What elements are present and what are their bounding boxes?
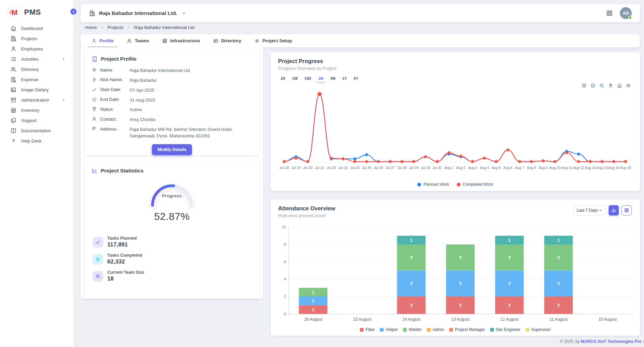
book-icon — [10, 127, 17, 134]
sidebar-item-activities[interactable]: Activities — [0, 54, 73, 64]
range-1d[interactable]: 1D — [278, 75, 288, 83]
legend-fitter[interactable]: Fitter — [360, 327, 375, 332]
star-icon — [95, 256, 101, 262]
apps-grid-icon[interactable] — [606, 10, 613, 17]
range-1m[interactable]: 1M — [316, 75, 326, 83]
profile-field-start-date: Start Date:07-Apr-2025 — [92, 87, 252, 94]
legend-completed-work[interactable]: Completed Work — [457, 182, 493, 187]
field-label: Address: — [100, 126, 117, 132]
legend-swatch — [449, 328, 453, 332]
sidebar-item-documentation[interactable]: Documentation — [0, 125, 73, 136]
help-icon: ? — [10, 138, 17, 144]
tab-project-setup[interactable]: Project Setup — [248, 34, 299, 47]
trophy-icon — [92, 106, 97, 112]
range-15d[interactable]: 15D — [302, 75, 314, 83]
chevron-left-icon — [71, 10, 76, 14]
tab-profile[interactable]: Profile — [85, 34, 120, 47]
legend-helper[interactable]: Helper — [380, 327, 398, 332]
svg-text:Jul 27: Jul 27 — [386, 166, 395, 170]
archive-icon — [10, 97, 17, 103]
modify-details-button[interactable]: Modify Details — [152, 144, 192, 155]
company-name: Raja Bahadur International Ltd. — [99, 10, 177, 16]
sidebar-item-label: Directory — [21, 67, 39, 72]
svg-text:Jul 22: Jul 22 — [327, 166, 336, 170]
svg-text:3: 3 — [410, 281, 413, 286]
svg-text:Aug 1: Aug 1 — [445, 166, 454, 170]
svg-text:2: 2 — [410, 303, 413, 308]
svg-text:Jul 24: Jul 24 — [350, 166, 360, 170]
legend-admin[interactable]: Admin — [427, 327, 444, 332]
attendance-chart[interactable]: 024681011116 August15 August233114 Augus… — [277, 224, 634, 324]
period-select[interactable]: Last 7 Days — [573, 205, 606, 215]
sidebar-item-projects[interactable]: Projects — [0, 33, 73, 44]
sidebar-collapse-button[interactable] — [69, 7, 78, 16]
users-icon — [10, 66, 17, 73]
field-value: Active — [130, 106, 252, 113]
svg-text:3: 3 — [459, 255, 462, 260]
range-3m[interactable]: 3M — [328, 75, 338, 83]
company-selector[interactable]: Raja Bahadur International Ltd. — [89, 10, 186, 17]
table-view-button[interactable] — [622, 205, 632, 215]
svg-text:Jul 21: Jul 21 — [315, 166, 324, 170]
progress-card-title: Project Progress — [278, 58, 632, 64]
bar-view-button[interactable] — [609, 205, 619, 215]
sidebar-item-dashboard[interactable]: Dashboard — [0, 23, 73, 33]
svg-text:3: 3 — [508, 255, 511, 260]
field-label: Name: — [100, 67, 113, 73]
range-1w[interactable]: 1W — [290, 75, 300, 83]
sidebar-item-label: Employees — [21, 46, 43, 51]
sidebar-item-image-gallary[interactable]: Image Gallary — [0, 85, 73, 95]
breadcrumb-separator-icon — [127, 26, 131, 29]
gauge-value: 52.87% — [92, 211, 252, 222]
tab-directory[interactable]: Directory — [207, 34, 248, 47]
range-5y[interactable]: 5Y — [351, 75, 360, 83]
bar-chart-legend: FitterHelperWelderAdminProject ManagerSi… — [271, 327, 640, 332]
legend-label: Planned Work — [423, 182, 449, 187]
sidebar-item-label: Administration — [21, 97, 49, 103]
legend-welder[interactable]: Welder — [403, 327, 422, 332]
breadcrumb: HomeProjectsRaja Bahadur International L… — [85, 25, 195, 30]
svg-text:3: 3 — [557, 255, 560, 260]
sidebar-item-support[interactable]: Support — [0, 115, 73, 125]
sidebar-item-directory[interactable]: Directory — [0, 64, 73, 74]
check-icon — [92, 87, 97, 92]
legend-swatch — [427, 328, 431, 332]
legend-site-engineer[interactable]: Site Engineer — [490, 327, 520, 332]
range-1y[interactable]: 1Y — [340, 75, 349, 83]
user-avatar[interactable]: AD — [620, 7, 632, 19]
svg-text:10: 10 — [282, 225, 286, 229]
sidebar-item-employees[interactable]: Employees — [0, 44, 73, 54]
svg-text:Aug 8: Aug 8 — [527, 166, 536, 170]
project-progress-chart[interactable]: Jul 18Jul 19Jul 20Jul 21Jul 22Jul 23Jul … — [277, 87, 633, 171]
sidebar-item-help-desk[interactable]: ?Help Desk — [0, 136, 73, 146]
stat-icon-box — [93, 254, 103, 265]
sidebar-item-administration[interactable]: Administration — [0, 95, 73, 105]
app-logo[interactable]: M PMS — [0, 0, 73, 20]
legend-project-manager[interactable]: Project Manager — [449, 327, 485, 332]
svg-text:1: 1 — [557, 238, 560, 243]
svg-text:M: M — [12, 8, 18, 16]
breadcrumb-item-projects[interactable]: Projects — [108, 25, 124, 30]
field-label: End Date: — [100, 97, 120, 102]
sidebar-item-expense[interactable]: Expense — [0, 74, 73, 85]
profile-card-title: Project Profile — [101, 56, 136, 62]
breadcrumb-item-home[interactable]: Home — [85, 25, 97, 30]
sidebar-item-inventory[interactable]: Inventory — [0, 105, 73, 115]
footer-company-link[interactable]: MARCO AIoT Technologies Pvt. Ltd. — [581, 339, 644, 344]
sidebar-item-label: Expense — [21, 77, 38, 82]
legend-swatch — [403, 328, 407, 332]
legend-dot — [417, 183, 421, 186]
field-label: Contact: — [100, 117, 116, 122]
stat-value: 18 — [107, 275, 144, 282]
tab-infrastructure[interactable]: Infrastructure — [156, 34, 207, 47]
stat-icon-box — [93, 237, 103, 247]
legend-label: Welder — [409, 327, 422, 332]
legend-planned-work[interactable]: Planned Work — [417, 182, 449, 187]
tab-teams[interactable]: Teams — [120, 34, 156, 47]
legend-supervisor[interactable]: Supervisor — [526, 327, 551, 332]
svg-text:Jul 30: Jul 30 — [421, 166, 430, 170]
svg-text:6: 6 — [284, 260, 286, 264]
svg-text:3: 3 — [508, 281, 511, 286]
period-select-value: Last 7 Days — [577, 208, 598, 213]
tab-label: Teams — [135, 38, 149, 43]
